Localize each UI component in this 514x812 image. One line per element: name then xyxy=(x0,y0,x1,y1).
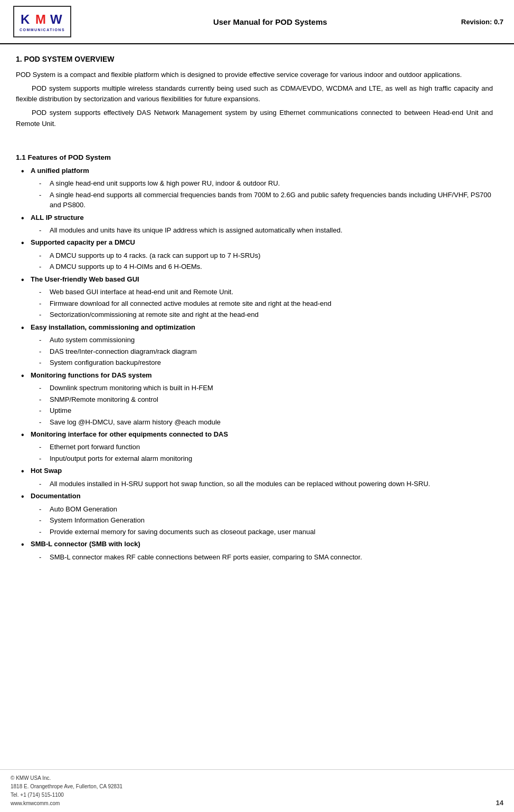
bullet-label: Monitoring functions for DAS system xyxy=(31,370,152,381)
bullet-icon: • xyxy=(21,166,31,177)
sub-item-text: A DMCU supports up to 4 racks. (a rack c… xyxy=(50,250,261,261)
bullet-label: Documentation xyxy=(31,491,81,501)
sub-item-text: System configuration backup/restore xyxy=(50,357,161,368)
logo-communications: COMMUNICATIONS xyxy=(20,28,65,32)
dash-icon: - xyxy=(39,479,50,489)
footer-contact: © KMW USA Inc. 1818 E. Orangethrope Ave,… xyxy=(11,774,122,808)
sub-item-text: A single head-end supports all commercia… xyxy=(50,190,493,210)
list-item: - Sectorization/commissioning at remote … xyxy=(39,310,493,320)
dash-icon: - xyxy=(39,190,50,200)
dash-icon: - xyxy=(39,504,50,515)
list-item: - All modules installed in H-SRU support… xyxy=(39,479,493,489)
sub-item-text: Auto BOM Generation xyxy=(50,504,117,515)
list-item: • Monitoring interface for other equipme… xyxy=(16,429,493,463)
w-letter-icon: W xyxy=(50,12,64,27)
dash-icon: - xyxy=(39,417,50,428)
dash-icon: - xyxy=(39,250,50,261)
list-item: - Save log @H-DMCU, save alarm history @… xyxy=(39,417,493,428)
header-title: User Manual for POD Systems xyxy=(79,17,461,26)
sub-item-text: Provide external memory for saving docum… xyxy=(50,527,316,537)
sub-item-text: SMB-L connector makes RF cable connectio… xyxy=(50,552,362,563)
sub-item-text: A single head-end unit supports low & hi… xyxy=(50,178,280,189)
dash-icon: - xyxy=(39,394,50,405)
footer-company: © KMW USA Inc. xyxy=(11,774,122,782)
dash-icon: - xyxy=(39,527,50,537)
section1-para1: POD System is a compact and flexible pla… xyxy=(16,70,493,80)
svg-text:W: W xyxy=(50,12,62,26)
logo-area: K M W COMMUNICATIONS xyxy=(5,6,79,37)
header: K M W COMMUNICATIONS User Manual for POD… xyxy=(0,0,514,44)
bullet-icon: • xyxy=(21,370,31,382)
dash-icon: - xyxy=(39,442,50,452)
bullet-icon: • xyxy=(21,274,31,286)
sub-item-text: DAS tree/Inter-connection diagram/rack d… xyxy=(50,346,197,357)
section1-para3: POD system supports effectively DAS Netw… xyxy=(16,108,493,129)
list-item: - A DMCU supports up to 4 H-OIMs and 6 H… xyxy=(39,262,493,272)
bullet-label: Easy installation, commissioning and opt… xyxy=(31,322,195,333)
bullet-icon: • xyxy=(21,491,31,502)
dash-icon: - xyxy=(39,287,50,297)
dash-icon: - xyxy=(39,225,50,236)
list-item: - Uptime xyxy=(39,405,493,416)
list-item: - SMB-L connector makes RF cable connect… xyxy=(39,552,493,563)
bullet-label: Hot Swap xyxy=(31,466,62,476)
bullet-icon: • xyxy=(21,429,31,441)
list-item: - All modules and units have its unique … xyxy=(39,225,493,236)
m-letter-icon: M xyxy=(35,12,49,27)
bullet-label: A unified platform xyxy=(31,166,89,176)
section11-title: 1.1 Features of POD System xyxy=(16,153,493,161)
list-item: - System configuration backup/restore xyxy=(39,357,493,368)
bullet-label: The User-friendly Web based GUI xyxy=(31,274,139,285)
list-item: - A single head-end unit supports low & … xyxy=(39,178,493,189)
list-item: - System Information Generation xyxy=(39,515,493,526)
dash-icon: - xyxy=(39,262,50,272)
sub-item-text: Downlink spectrum monitoring which is bu… xyxy=(50,383,213,393)
bullet-label: ALL IP structure xyxy=(31,212,84,223)
dash-icon: - xyxy=(39,335,50,345)
list-item: - A single head-end supports all commerc… xyxy=(39,190,493,210)
dash-icon: - xyxy=(39,383,50,393)
list-item: - DAS tree/Inter-connection diagram/rack… xyxy=(39,346,493,357)
section1-title: 1. POD SYSTEM OVERVIEW xyxy=(16,55,493,63)
dash-icon: - xyxy=(39,298,50,309)
features-list: • A unified platform - A single head-end… xyxy=(16,166,493,562)
list-item: • The User-friendly Web based GUI - Web … xyxy=(16,274,493,320)
main-content: 1. POD SYSTEM OVERVIEW POD System is a c… xyxy=(0,44,514,575)
list-item: - Ethernet port forward function xyxy=(39,442,493,452)
svg-text:K: K xyxy=(21,12,30,26)
bullet-icon: • xyxy=(21,212,31,224)
list-item: - SNMP/Remote monitoring & control xyxy=(39,394,493,405)
list-item: • Supported capacity per a DMCU - A DMCU… xyxy=(16,237,493,272)
sub-item-text: Ethernet port forward function xyxy=(50,442,140,452)
bullet-icon: • xyxy=(21,466,31,477)
footer-tel: Tel. +1 (714) 515-1100 xyxy=(11,791,122,799)
sub-item-text: Sectorization/commissioning at remote si… xyxy=(50,310,259,320)
bullet-icon: • xyxy=(21,322,31,334)
k-letter-icon: K xyxy=(21,12,34,27)
page: K M W COMMUNICATIONS User Manual for POD… xyxy=(0,0,514,812)
footer: © KMW USA Inc. 1818 E. Orangethrope Ave,… xyxy=(0,769,514,812)
bullet-label: Supported capacity per a DMCU xyxy=(31,237,135,248)
sub-item-text: Web based GUI interface at head-end unit… xyxy=(50,287,233,297)
header-revision: Revision: 0.7 xyxy=(461,18,503,26)
dash-icon: - xyxy=(39,310,50,320)
sub-item-text: Input/output ports for external alarm mo… xyxy=(50,453,192,464)
sub-item-text: Firmware download for all connected acti… xyxy=(50,298,331,309)
footer-address: 1818 E. Orangethrope Ave, Fullerton, CA … xyxy=(11,782,122,791)
bullet-label: SMB-L connector (SMB with lock) xyxy=(31,539,140,549)
dash-icon: - xyxy=(39,405,50,416)
dash-icon: - xyxy=(39,346,50,357)
list-item: - A DMCU supports up to 4 racks. (a rack… xyxy=(39,250,493,261)
bullet-icon: • xyxy=(21,237,31,249)
sub-item-text: A DMCU supports up to 4 H-OIMs and 6 H-O… xyxy=(50,262,202,272)
list-item: • Easy installation, commissioning and o… xyxy=(16,322,493,368)
dash-icon: - xyxy=(39,453,50,464)
dash-icon: - xyxy=(39,552,50,563)
page-number: 14 xyxy=(496,799,503,808)
list-item: - Auto BOM Generation xyxy=(39,504,493,515)
sub-item-text: All modules and units have its unique IP… xyxy=(50,225,342,236)
list-item: • Monitoring functions for DAS system - … xyxy=(16,370,493,427)
list-item: - Firmware download for all connected ac… xyxy=(39,298,493,309)
bullet-label: Monitoring interface for other equipment… xyxy=(31,429,228,440)
list-item: • Documentation - Auto BOM Generation - … xyxy=(16,491,493,537)
